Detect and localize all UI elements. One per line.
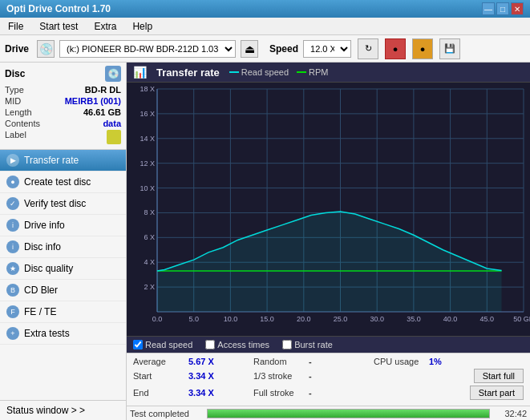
cd-bler-label: CD Bler: [24, 285, 58, 296]
disc-contents-value: data: [103, 119, 121, 128]
checkbox-burst-rate[interactable]: Burst rate: [282, 340, 333, 349]
disc-icon[interactable]: 💿: [105, 66, 121, 82]
speed-select[interactable]: 12.0 X: [303, 40, 351, 58]
disc-contents-label: Contents: [5, 119, 40, 128]
chart-canvas: [127, 83, 530, 336]
drive-info-label: Drive info: [24, 220, 65, 231]
disc-mid-row: MID MEIRB1 (001): [5, 96, 121, 106]
sidebar-item-extra-tests[interactable]: + Extra tests: [0, 323, 126, 345]
disc-quality-icon: ★: [6, 262, 19, 275]
stat-random-label: Random: [253, 357, 305, 366]
rpm-legend-label: RPM: [309, 67, 328, 77]
checkbox-access-times[interactable]: Access times: [205, 340, 269, 349]
menu-start-test[interactable]: Start test: [34, 19, 83, 34]
content-area: 📊 Transfer rate Read speed RPM Read spee…: [127, 63, 530, 420]
access-times-checkbox[interactable]: [205, 340, 215, 349]
transfer-rate-icon: ▶: [6, 154, 19, 167]
disc-button2[interactable]: ●: [412, 38, 433, 59]
stat-full-stroke: Full stroke -: [253, 388, 374, 398]
sidebar-item-fe-te[interactable]: F FE / TE: [0, 301, 126, 323]
start-full-button[interactable]: Start full: [474, 369, 524, 383]
sidebar-item-verify-test-disc[interactable]: ✓ Verify test disc: [0, 193, 126, 215]
disc-contents-row: Contents data: [5, 119, 121, 128]
disc-section: Disc 💿 Type BD-R DL MID MEIRB1 (001) Len…: [0, 63, 126, 150]
disc-button1[interactable]: ●: [385, 38, 406, 59]
close-button[interactable]: ✕: [511, 2, 524, 15]
disc-info-icon: i: [6, 240, 19, 253]
menu-help[interactable]: Help: [127, 19, 157, 34]
burst-rate-checkbox[interactable]: [282, 340, 292, 349]
stat-1-3-stroke: 1/3 stroke -: [253, 371, 374, 381]
disc-mid-label: MID: [5, 96, 21, 106]
extra-tests-label: Extra tests: [24, 328, 70, 339]
stats-row-3: End 3.34 X Full stroke - Start part: [133, 386, 524, 400]
time-text: 32:42: [495, 409, 527, 418]
chart-title: Transfer rate: [156, 67, 220, 79]
stat-random: Random -: [253, 357, 374, 366]
sidebar-item-create-test-disc[interactable]: ● Create test disc: [0, 172, 126, 193]
eject-button[interactable]: ⏏: [241, 40, 258, 58]
disc-label-icon[interactable]: [107, 130, 121, 144]
verify-test-disc-icon: ✓: [6, 197, 19, 210]
stat-start-value: 3.34 X: [188, 371, 220, 381]
extra-tests-icon: +: [6, 327, 19, 340]
stat-end: End 3.34 X: [133, 388, 253, 398]
transfer-rate-label: Transfer rate: [24, 155, 79, 166]
stat-cpu-label: CPU usage: [374, 357, 426, 366]
stats-row-2: Start 3.34 X 1/3 stroke - Start full: [133, 369, 524, 383]
menubar: File Start test Extra Help: [0, 18, 530, 35]
window-controls: — □ ✕: [482, 2, 524, 15]
sidebar-item-drive-info[interactable]: i Drive info: [0, 215, 126, 236]
disc-length-label: Length: [5, 107, 32, 117]
stat-start: Start 3.34 X: [133, 371, 253, 381]
stat-average-label: Average: [133, 357, 185, 366]
menu-file[interactable]: File: [3, 19, 28, 34]
status-window-label: Status window > >: [6, 405, 85, 416]
stat-end-value: 3.34 X: [188, 388, 220, 398]
stat-1-3-stroke-label: 1/3 stroke: [253, 371, 305, 381]
menu-extra[interactable]: Extra: [89, 19, 121, 34]
refresh-button[interactable]: ↻: [358, 38, 378, 59]
drive-icon-button[interactable]: 💿: [37, 40, 55, 58]
maximize-button[interactable]: □: [496, 2, 509, 15]
sidebar-item-disc-info[interactable]: i Disc info: [0, 236, 126, 258]
disc-title: Disc: [5, 68, 25, 79]
legend-rpm: RPM: [297, 67, 328, 77]
verify-test-disc-label: Verify test disc: [24, 198, 86, 209]
fe-te-label: FE / TE: [24, 306, 56, 317]
start-part-button[interactable]: Start part: [470, 386, 524, 400]
drive-select[interactable]: (k:) PIONEER BD-RW BDR-212D 1.03: [59, 40, 236, 58]
read-speed-checkbox[interactable]: [133, 340, 143, 349]
stats-row-1: Average 5.67 X Random - CPU usage 1%: [133, 357, 524, 366]
stat-start-part-container: Start part: [403, 386, 524, 400]
drive-info-icon: i: [6, 219, 19, 232]
status-window-button[interactable]: Status window > >: [0, 400, 126, 420]
stat-1-3-stroke-value: -: [309, 371, 341, 381]
sidebar-item-transfer-rate[interactable]: ▶ Transfer rate: [0, 150, 126, 172]
disc-type-value: BD-R DL: [85, 85, 121, 95]
create-test-disc-icon: ●: [6, 176, 19, 188]
progress-track: [207, 409, 490, 418]
rpm-legend-color: [297, 71, 306, 73]
save-button[interactable]: 💾: [439, 38, 460, 59]
checkbox-read-speed[interactable]: Read speed: [133, 340, 192, 349]
sidebar-navigation: ▶ Transfer rate ● Create test disc ✓ Ver…: [0, 150, 126, 400]
disc-type-row: Type BD-R DL: [5, 85, 121, 95]
disc-label-label: Label: [5, 130, 26, 144]
sidebar-item-cd-bler[interactable]: B CD Bler: [0, 280, 126, 301]
disc-mid-value: MEIRB1 (001): [65, 96, 121, 106]
legend-read-speed: Read speed: [229, 67, 289, 77]
stat-start-label: Start: [133, 371, 185, 381]
stat-cpu: CPU usage 1%: [374, 357, 494, 366]
stat-end-label: End: [133, 388, 185, 398]
minimize-button[interactable]: —: [482, 2, 495, 15]
stat-full-stroke-value: -: [309, 388, 341, 398]
sidebar-item-disc-quality[interactable]: ★ Disc quality: [0, 258, 126, 280]
disc-quality-label: Disc quality: [24, 263, 73, 274]
disc-label-row: Label: [5, 130, 121, 144]
chart-wrapper: [127, 83, 530, 336]
stat-full-stroke-label: Full stroke: [253, 388, 305, 398]
stats-area: Average 5.67 X Random - CPU usage 1% Sta…: [127, 353, 530, 406]
read-speed-legend-color: [229, 71, 239, 73]
disc-type-label: Type: [5, 85, 24, 95]
